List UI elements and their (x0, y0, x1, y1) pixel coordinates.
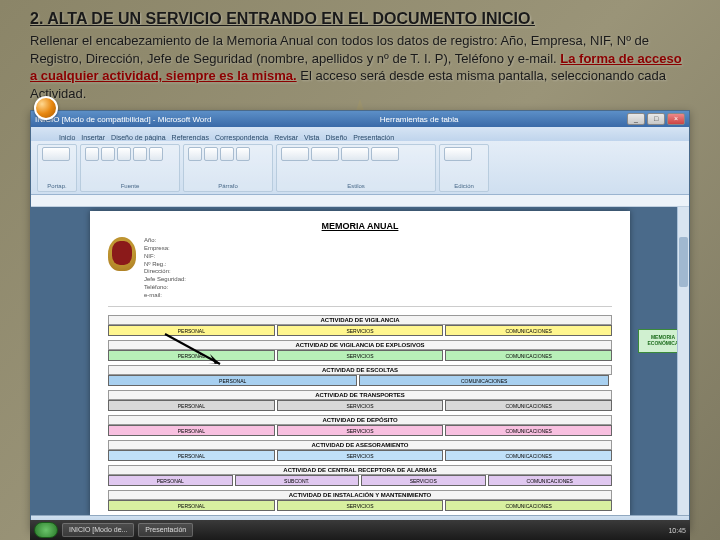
activity-title: ACTIVIDAD DE CENTRAL RECEPTORA DE ALARMA… (108, 465, 612, 475)
activity-cell[interactable]: PERSONAL (108, 450, 275, 461)
slide-title: 2. ALTA DE UN SERVICIO ENTRANDO EN EL DO… (30, 10, 690, 28)
activity-title: ACTIVIDAD DE DEPÓSITO (108, 415, 612, 425)
window-titlebar: INICIO [Modo de compatibilidad] - Micros… (31, 111, 689, 127)
document-page: MEMORIA ANUAL Año: Empresa: NIF: Nº Reg.… (90, 211, 630, 515)
tab-referencias[interactable]: Referencias (172, 134, 209, 141)
header-field-labels: Año: Empresa: NIF: Nº Reg.: Dirección: J… (144, 237, 186, 299)
tab-inicio[interactable]: Inicio (59, 134, 75, 141)
ribbon-tabs: Inicio Insertar Diseño de página Referen… (31, 127, 689, 141)
windows-taskbar: INICIO [Modo de... Presentación 10:45 (30, 520, 690, 540)
italic-button[interactable] (101, 147, 115, 161)
bullets-button[interactable] (236, 147, 250, 161)
group-font: Fuente (85, 183, 175, 189)
activity-cell[interactable]: PERSONAL (108, 400, 275, 411)
activity-block: ACTIVIDAD DE INSTALACIÓN Y MANTENIMIENTO… (108, 490, 612, 511)
activity-title: ACTIVIDAD DE ESCOLTAS (108, 365, 612, 375)
activity-block: ACTIVIDAD DE ASESORAMIENTOPERSONALSERVIC… (108, 440, 612, 461)
tab-revisar[interactable]: Revisar (274, 134, 298, 141)
bold-button[interactable] (85, 147, 99, 161)
activity-title: ACTIVIDAD DE TRANSPORTES (108, 390, 612, 400)
activity-cells-row: PERSONALSERVICIOSCOMUNICACIONES (108, 325, 612, 336)
police-shield-icon (108, 237, 136, 271)
style-3[interactable] (341, 147, 369, 161)
activity-cell[interactable]: PERSONAL (108, 500, 275, 511)
office-button[interactable] (34, 96, 58, 120)
activity-cells-row: PERSONALSERVICIOSCOMUNICACIONES (108, 500, 612, 511)
ribbon-toolbar: Portap. Fuente Párrafo Estilos Edición (31, 141, 689, 195)
document-heading: MEMORIA ANUAL (108, 221, 612, 231)
minimize-button[interactable]: _ (627, 113, 645, 125)
activity-cell[interactable]: COMUNICACIONES (445, 450, 612, 461)
taskbar-item-word[interactable]: INICIO [Modo de... (62, 523, 134, 537)
underline-button[interactable] (117, 147, 131, 161)
font-color-button[interactable] (133, 147, 147, 161)
maximize-button[interactable]: □ (647, 113, 665, 125)
activity-cells-row: PERSONALSERVICIOSCOMUNICACIONES (108, 425, 612, 436)
style-2[interactable] (311, 147, 339, 161)
activity-cell[interactable]: SERVICIOS (277, 450, 444, 461)
tab-diseno-pagina[interactable]: Diseño de página (111, 134, 166, 141)
activity-cell[interactable]: COMUNICACIONES (445, 350, 612, 361)
word-window: INICIO [Modo de compatibilidad] - Micros… (30, 110, 690, 530)
activity-cell[interactable]: SERVICIOS (277, 425, 444, 436)
paste-button[interactable] (42, 147, 70, 161)
style-1[interactable] (281, 147, 309, 161)
activity-cells-row: PERSONALSERVICIOSCOMUNICACIONES (108, 400, 612, 411)
align-left-button[interactable] (188, 147, 202, 161)
align-right-button[interactable] (220, 147, 234, 161)
tab-correspondencia[interactable]: Correspondencia (215, 134, 268, 141)
align-center-button[interactable] (204, 147, 218, 161)
activity-cells-row: PERSONALSERVICIOSCOMUNICACIONES (108, 350, 612, 361)
activity-cell[interactable]: COMUNICACIONES (445, 425, 612, 436)
activity-cell[interactable]: SERVICIOS (277, 400, 444, 411)
activity-cell[interactable]: SUBCONT. (235, 475, 360, 486)
group-paragraph: Párrafo (188, 183, 268, 189)
activity-cells-row: PERSONALCOMUNICACIONES (108, 375, 612, 386)
activity-cells-row: PERSONALSUBCONT.SERVICIOSCOMUNICACIONES (108, 475, 612, 486)
tab-vista[interactable]: Vista (304, 134, 319, 141)
group-clipboard: Portap. (42, 183, 72, 189)
activity-block: ACTIVIDAD DE VIGILANCIA DE EXPLOSIVOSPER… (108, 340, 612, 361)
activity-cell[interactable]: PERSONAL (108, 425, 275, 436)
group-styles: Estilos (281, 183, 431, 189)
system-tray-clock[interactable]: 10:45 (668, 527, 686, 534)
start-button[interactable] (34, 522, 58, 538)
activity-cell[interactable]: SERVICIOS (277, 325, 444, 336)
activity-block: ACTIVIDAD DE TRANSPORTESPERSONALSERVICIO… (108, 390, 612, 411)
activity-cell[interactable]: PERSONAL (108, 325, 275, 336)
activity-cell[interactable]: SERVICIOS (277, 500, 444, 511)
tab-insertar[interactable]: Insertar (81, 134, 105, 141)
activity-title: ACTIVIDAD DE INSTALACIÓN Y MANTENIMIENTO (108, 490, 612, 500)
horizontal-ruler[interactable] (31, 195, 689, 207)
close-button[interactable]: × (667, 113, 685, 125)
activity-block: ACTIVIDAD DE ESCOLTASPERSONALCOMUNICACIO… (108, 365, 612, 386)
activity-cell[interactable]: SERVICIOS (361, 475, 486, 486)
activity-cell[interactable]: PERSONAL (108, 475, 233, 486)
font-size-button[interactable] (149, 147, 163, 161)
activity-block: ACTIVIDAD DE VIGILANCIAPERSONALSERVICIOS… (108, 315, 612, 336)
style-4[interactable] (371, 147, 399, 161)
find-button[interactable] (444, 147, 472, 161)
activity-cell[interactable]: PERSONAL (108, 375, 357, 386)
tab-diseno[interactable]: Diseño (325, 134, 347, 141)
activity-title: ACTIVIDAD DE VIGILANCIA DE EXPLOSIVOS (108, 340, 612, 350)
context-tab-label: Herramientas de tabla (380, 115, 459, 124)
taskbar-item-presentation[interactable]: Presentación (138, 523, 193, 537)
activity-cell[interactable]: SERVICIOS (277, 350, 444, 361)
tab-presentacion[interactable]: Presentación (353, 134, 394, 141)
document-canvas: MEMORIA ANUAL Año: Empresa: NIF: Nº Reg.… (31, 207, 689, 515)
desc-text-1: Rellenar el encabezamiento de la Memoria… (30, 33, 649, 66)
activity-block: ACTIVIDAD DE DEPÓSITOPERSONALSERVICIOSCO… (108, 415, 612, 436)
activity-cell[interactable]: COMUNICACIONES (445, 400, 612, 411)
activity-title: ACTIVIDAD DE VIGILANCIA (108, 315, 612, 325)
activity-cell[interactable]: PERSONAL (108, 350, 275, 361)
vertical-scrollbar[interactable] (677, 207, 689, 515)
activity-cell[interactable]: COMUNICACIONES (359, 375, 608, 386)
activity-block: ACTIVIDAD DE CENTRAL RECEPTORA DE ALARMA… (108, 465, 612, 486)
activity-cell[interactable]: COMUNICACIONES (488, 475, 613, 486)
activity-cell[interactable]: COMUNICACIONES (445, 500, 612, 511)
activity-cell[interactable]: COMUNICACIONES (445, 325, 612, 336)
header-fields-block[interactable]: Año: Empresa: NIF: Nº Reg.: Dirección: J… (108, 237, 612, 306)
scroll-thumb[interactable] (679, 237, 688, 287)
activity-title: ACTIVIDAD DE ASESORAMIENTO (108, 440, 612, 450)
